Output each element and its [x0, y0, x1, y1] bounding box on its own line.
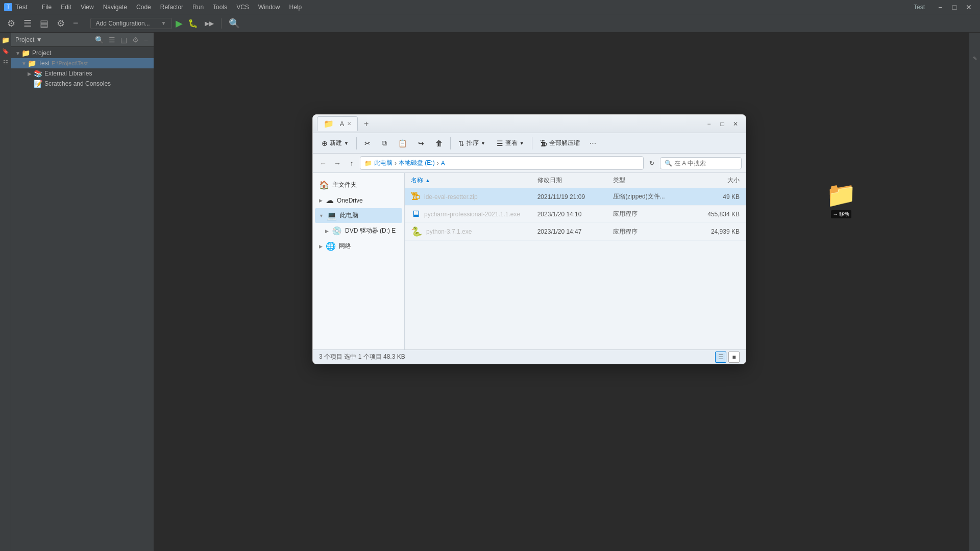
fe-new-label: 新建 [330, 139, 342, 147]
fe-search-icon: 🔍 [665, 160, 672, 167]
fe-nav-up[interactable]: ↑ [346, 157, 358, 169]
file-date-zip: 2021/11/19 21:09 [537, 193, 614, 201]
menu-window[interactable]: Window [254, 3, 284, 12]
project-folder-icon: 📁 [21, 49, 30, 57]
menu-code[interactable]: Code [132, 3, 155, 12]
tree-item-test[interactable]: ▼ 📁 Test E:\Project\Test [11, 58, 154, 68]
toolbar-settings[interactable]: ⚙ [4, 16, 18, 31]
fe-new-tab-button[interactable]: + [360, 116, 373, 131]
fe-minimize-button[interactable]: − [703, 119, 715, 129]
project-header-icon-1[interactable]: 🔍 [93, 35, 105, 44]
fe-close-button[interactable]: ✕ [729, 119, 742, 129]
toolbar-list[interactable]: ☰ [20, 16, 35, 31]
fe-col-size-header[interactable]: 大小 [689, 176, 740, 185]
project-panel-header: Project ▼ 🔍 ☰ ▤ ⚙ − [11, 33, 154, 47]
menu-edit[interactable]: Edit [57, 3, 76, 12]
fe-nav-onedrive[interactable]: ▶ ☁ OneDrive [315, 193, 402, 208]
fe-more-button[interactable]: ··· [586, 137, 599, 150]
project-panel-title: Project ▼ [15, 36, 93, 43]
fe-nav-dvd[interactable]: ▶ 💿 DVD 驱动器 (D:) E [315, 223, 402, 238]
fe-nav-forward[interactable]: → [331, 157, 344, 169]
fe-nav-refresh[interactable]: ↻ [646, 157, 658, 169]
file-explorer-window: 📁 A ✕ + − □ ✕ ⊕ 新建 ▼ [312, 114, 746, 364]
menu-tools[interactable]: Tools [209, 3, 231, 12]
left-strip-structure-icon[interactable]: ☷ [1, 57, 11, 67]
project-header-icon-4[interactable]: ⚙ [131, 35, 140, 44]
fe-list-view-button[interactable]: ☰ [715, 352, 726, 363]
fe-cut-button[interactable]: ✂ [360, 137, 375, 150]
menu-refactor[interactable]: Refactor [156, 3, 187, 12]
fe-col-date-header[interactable]: 修改日期 [537, 176, 614, 185]
toolbar-more-run[interactable]: ▶▶ [202, 18, 217, 29]
fe-nav-network[interactable]: ▶ 🌐 网络 [315, 239, 402, 254]
tree-arrow-ext-libs: ▶ [28, 71, 34, 77]
project-header-icon-5[interactable]: − [142, 35, 150, 44]
fe-status-bar: 3 个项目 选中 1 个项目 48.3 KB ☰ ■ [313, 349, 746, 364]
fe-new-button[interactable]: ⊕ 新建 ▼ [317, 136, 353, 150]
fe-sort-button[interactable]: ⇅ 排序 ▼ [454, 136, 490, 150]
search-everywhere-button[interactable]: 🔍 [226, 16, 243, 31]
fe-tab-a[interactable]: 📁 A ✕ [317, 116, 358, 131]
menu-file[interactable]: File [38, 3, 56, 12]
menu-help[interactable]: Help [285, 3, 306, 12]
fe-delete-button[interactable]: 🗑 [431, 137, 447, 150]
fe-search-input[interactable] [674, 160, 737, 167]
fe-share-button[interactable]: ↪ [413, 137, 429, 150]
fe-tab-close[interactable]: ✕ [347, 121, 351, 127]
close-button[interactable]: ✕ [962, 2, 976, 13]
toolbar-separator-1 [86, 18, 86, 29]
fe-search-box[interactable]: 🔍 [660, 157, 742, 169]
tree-item-project[interactable]: ▼ 📁 Project [11, 48, 154, 58]
fe-toolbar: ⊕ 新建 ▼ ✂ ⧉ 📋 ↪ 🗑 [313, 133, 746, 154]
fe-extract-button[interactable]: 🗜 全部解压缩 [535, 136, 584, 150]
run-button[interactable]: ▶ [174, 16, 184, 31]
left-strip-project-icon[interactable]: 📁 [1, 35, 11, 45]
fe-title-bar: 📁 A ✕ + − □ ✕ [313, 115, 746, 133]
toolbar-split[interactable]: ▤ [37, 16, 52, 31]
left-strip-bookmark-icon[interactable]: 🔖 [1, 46, 11, 56]
fe-toolbar-sep-1 [356, 137, 357, 149]
right-strip-notifications-icon[interactable]: ✎ [970, 53, 980, 63]
path-part-drive[interactable]: 本地磁盘 (E:) [399, 159, 435, 167]
fe-path-bar[interactable]: 📁 此电脑 › 本地磁盘 (E:) › A [360, 156, 644, 170]
toolbar-minus[interactable]: − [70, 16, 82, 30]
minimize-button[interactable]: − [933, 2, 947, 13]
fe-view-button[interactable]: ☰ 查看 ▼ [492, 136, 529, 150]
fe-col-name-header[interactable]: 名称 ▲ [411, 176, 537, 185]
project-header-icon-3[interactable]: ▤ [119, 35, 129, 44]
tree-label-scratches: Scratches and Consoles [44, 80, 111, 87]
menu-vcs[interactable]: VCS [232, 3, 253, 12]
file-row-python[interactable]: 🐍 python-3.7.1.exe 2023/1/20 14:47 应用程序 … [405, 223, 746, 241]
file-type-zip: 压缩(zipped)文件... [613, 192, 689, 201]
menu-run[interactable]: Run [188, 3, 208, 12]
test-folder-icon: 📁 [28, 59, 36, 67]
file-row-zip[interactable]: 🗜 ide-eval-resetter.zip 2021/11/19 21:09… [405, 188, 746, 206]
file-name-python: 🐍 python-3.7.1.exe [411, 226, 537, 237]
fe-nav-back[interactable]: ← [317, 157, 329, 169]
menu-view[interactable]: View [77, 3, 98, 12]
add-configuration-button[interactable]: Add Configuration... ▼ [90, 18, 172, 29]
fe-col-type-header[interactable]: 类型 [613, 176, 689, 185]
extract-icon: 🗜 [540, 139, 547, 147]
fe-nav-home[interactable]: 🏠 主文件夹 [315, 178, 402, 192]
fe-paste-button[interactable]: 📋 [394, 137, 411, 150]
fe-nav-pc[interactable]: ▼ 💻 此电脑 [315, 208, 402, 223]
menu-navigate[interactable]: Navigate [99, 3, 131, 12]
maximize-button[interactable]: □ [947, 2, 962, 13]
file-name-zip: 🗜 ide-eval-resetter.zip [411, 191, 537, 202]
debug-button[interactable]: 🐛 [186, 17, 200, 30]
fe-tab-label: A [340, 120, 344, 128]
fe-nav-onedrive-arrow: ▶ [319, 198, 323, 203]
path-part-a[interactable]: A [441, 160, 445, 167]
fe-details-view-button[interactable]: ■ [728, 352, 740, 363]
toolbar-gear[interactable]: ⚙ [54, 16, 68, 31]
fe-toolbar-sep-3 [532, 137, 532, 149]
fe-copy-button[interactable]: ⧉ [377, 136, 391, 150]
path-part-pc[interactable]: 此电脑 [374, 159, 393, 167]
file-row-pycharm[interactable]: 🖥 pycharm-professional-2021.1.1.exe 2023… [405, 206, 746, 223]
fe-toolbar-sep-2 [450, 137, 451, 149]
fe-maximize-button[interactable]: □ [716, 119, 728, 129]
tree-item-ext-libs[interactable]: ▶ 📚 External Libraries [11, 68, 154, 79]
tree-item-scratches[interactable]: 📝 Scratches and Consoles [11, 79, 154, 89]
project-header-icon-2[interactable]: ☰ [107, 35, 117, 44]
